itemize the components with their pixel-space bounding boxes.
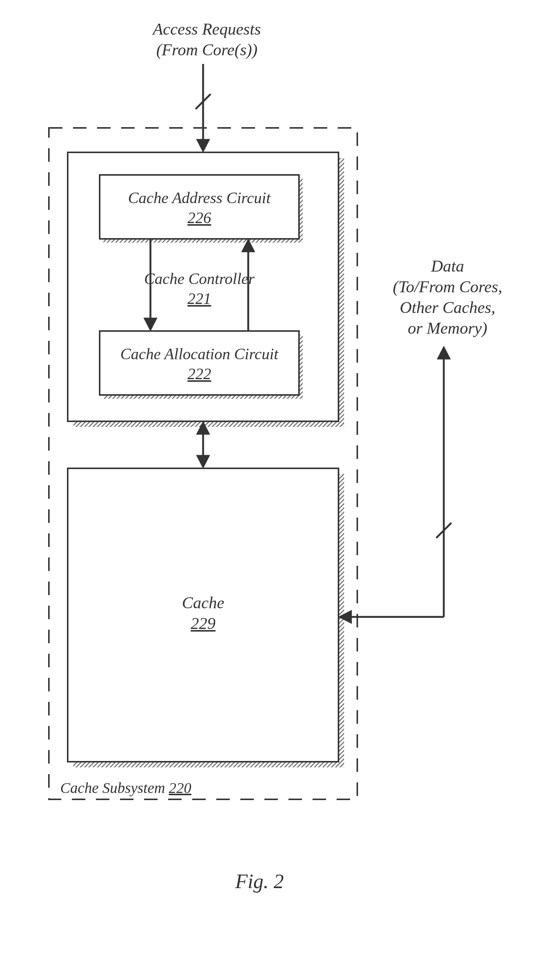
arrow-ctrl-cache-head-down [196, 455, 210, 468]
figure-text: Fig. 2 [235, 870, 284, 893]
right-label-line1: Data [431, 257, 464, 275]
cache-text: Cache [182, 594, 224, 612]
addr-circuit-label: Cache Address Circuit 226 [109, 188, 290, 228]
alloc-circuit-label: Cache Allocation Circuit 222 [109, 344, 290, 384]
controller-label: Cache Controller 221 [113, 269, 286, 308]
right-label-line2: (To/From Cores, [393, 278, 502, 296]
subsystem-text: Cache Subsystem [60, 779, 165, 796]
right-label: Data (To/From Cores, Other Caches, or Me… [383, 256, 512, 338]
controller-ref: 221 [188, 290, 212, 307]
subsystem-ref: 220 [169, 779, 192, 796]
addr-circuit-ref: 226 [188, 209, 212, 227]
right-label-line3: Other Caches, [400, 298, 495, 317]
alloc-circuit-ref: 222 [188, 365, 212, 383]
right-label-line4: or Memory) [408, 319, 487, 337]
arrow-data-v-head [437, 346, 450, 359]
cache-ref: 229 [191, 614, 215, 633]
figure-label: Fig. 2 [211, 869, 308, 895]
top-label-line2: (From Core(s)) [156, 41, 257, 59]
top-label: Access Requests (From Core(s)) [132, 19, 282, 60]
top-label-line1: Access Requests [153, 20, 261, 38]
arrow-top-in-head [196, 139, 210, 152]
controller-text: Cache Controller [144, 270, 255, 287]
diagram-svg [0, 0, 560, 972]
alloc-circuit-text: Cache Allocation Circuit [120, 345, 278, 363]
diagram-stage: Access Requests (From Core(s)) Data (To/… [0, 0, 560, 972]
addr-circuit-text: Cache Address Circuit [128, 189, 271, 207]
subsystem-label: Cache Subsystem 220 [60, 779, 248, 797]
cache-label: Cache 229 [143, 592, 263, 634]
